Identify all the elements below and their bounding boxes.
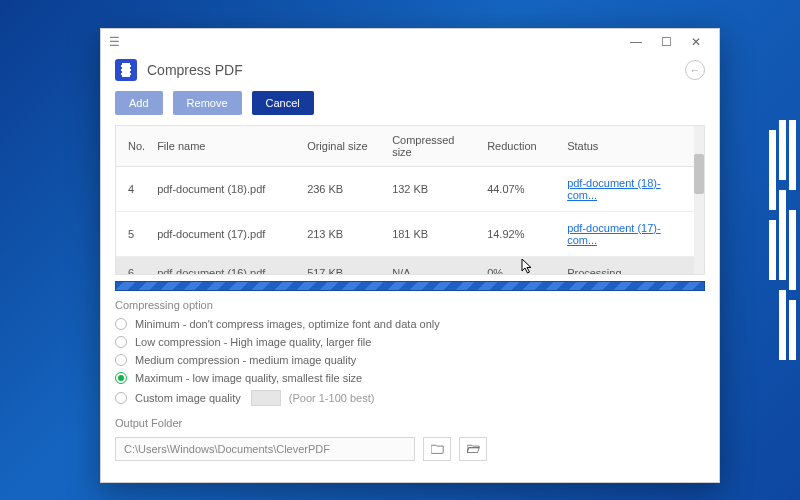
radio-icon[interactable] <box>115 372 127 384</box>
folder-open-icon <box>467 443 480 456</box>
cell-no: 6 <box>116 257 151 276</box>
compression-option[interactable]: Low compression - High image quality, la… <box>115 333 705 351</box>
output-row: C:\Users\Windows\Documents\CleverPDF <box>101 433 719 461</box>
table-row[interactable]: 5pdf-document (17).pdf213 KB181 KB14.92%… <box>116 212 694 257</box>
cell-file-name: pdf-document (17).pdf <box>151 212 301 257</box>
cell-compressed-size: N/A <box>386 257 481 276</box>
col-reduction[interactable]: Reduction <box>481 126 561 167</box>
cell-file-name: pdf-document (16).pdf <box>151 257 301 276</box>
option-label: Low compression - High image quality, la… <box>135 336 371 348</box>
custom-quality-hint: (Poor 1-100 best) <box>289 392 375 404</box>
table-header-row: No. File name Original size Compressed s… <box>116 126 694 167</box>
compression-option[interactable]: Maximum - low image quality, smallest fi… <box>115 369 705 387</box>
close-button[interactable]: ✕ <box>681 35 711 49</box>
compression-option[interactable]: Custom image quality(Poor 1-100 best) <box>115 387 705 409</box>
option-label: Medium compression - medium image qualit… <box>135 354 356 366</box>
app-title: Compress PDF <box>147 62 243 78</box>
status-link[interactable]: pdf-document (18)-com... <box>567 177 661 201</box>
cell-compressed-size: 132 KB <box>386 167 481 212</box>
toolbar: Add Remove Cancel <box>101 91 719 125</box>
back-button[interactable]: ← <box>685 60 705 80</box>
option-label: Custom image quality <box>135 392 241 404</box>
cell-file-name: pdf-document (18).pdf <box>151 167 301 212</box>
option-label: Minimum - don't compress images, optimiz… <box>135 318 440 330</box>
cell-status: pdf-document (17)-com... <box>561 212 694 257</box>
file-table: No. File name Original size Compressed s… <box>115 125 705 275</box>
cell-no: 4 <box>116 167 151 212</box>
cell-original-size: 213 KB <box>301 212 386 257</box>
cell-reduction: 14.92% <box>481 212 561 257</box>
wallpaper-decoration <box>740 120 800 380</box>
browse-folder-button[interactable] <box>423 437 451 461</box>
maximize-button[interactable]: ☐ <box>651 35 681 49</box>
radio-icon[interactable] <box>115 318 127 330</box>
options-label: Compressing option <box>101 291 719 315</box>
scrollbar-thumb[interactable] <box>694 154 704 194</box>
compression-option[interactable]: Minimum - don't compress images, optimiz… <box>115 315 705 333</box>
cancel-button[interactable]: Cancel <box>252 91 314 115</box>
table-row[interactable]: 4pdf-document (18).pdf236 KB132 KB44.07%… <box>116 167 694 212</box>
table-row[interactable]: 6pdf-document (16).pdf517 KBN/A0%Process… <box>116 257 694 276</box>
progress-bar <box>115 281 705 291</box>
option-label: Maximum - low image quality, smallest fi… <box>135 372 362 384</box>
add-button[interactable]: Add <box>115 91 163 115</box>
col-no[interactable]: No. <box>116 126 151 167</box>
desktop-background: ☰ ― ☐ ✕ Compress PDF ← Add Remove Cancel… <box>0 0 800 500</box>
col-status[interactable]: Status <box>561 126 694 167</box>
app-window: ☰ ― ☐ ✕ Compress PDF ← Add Remove Cancel… <box>100 28 720 483</box>
cell-status: Processing... <box>561 257 694 276</box>
folder-icon <box>431 443 444 456</box>
scrollbar-track[interactable] <box>694 126 704 274</box>
col-original-size[interactable]: Original size <box>301 126 386 167</box>
open-folder-button[interactable] <box>459 437 487 461</box>
app-icon <box>115 59 137 81</box>
custom-quality-input[interactable] <box>251 390 281 406</box>
cell-original-size: 517 KB <box>301 257 386 276</box>
list-view-icon[interactable]: ☰ <box>109 35 120 49</box>
cell-no: 5 <box>116 212 151 257</box>
remove-button[interactable]: Remove <box>173 91 242 115</box>
cell-reduction: 0% <box>481 257 561 276</box>
radio-icon[interactable] <box>115 392 127 404</box>
col-file-name[interactable]: File name <box>151 126 301 167</box>
cell-original-size: 236 KB <box>301 167 386 212</box>
minimize-button[interactable]: ― <box>621 35 651 49</box>
status-link[interactable]: pdf-document (17)-com... <box>567 222 661 246</box>
radio-icon[interactable] <box>115 336 127 348</box>
output-label: Output Folder <box>101 409 719 433</box>
app-header: Compress PDF ← <box>101 55 719 91</box>
col-compressed-size[interactable]: Compressed size <box>386 126 481 167</box>
titlebar: ☰ ― ☐ ✕ <box>101 29 719 55</box>
cell-compressed-size: 181 KB <box>386 212 481 257</box>
compression-options: Minimum - don't compress images, optimiz… <box>101 315 719 409</box>
output-path-field[interactable]: C:\Users\Windows\Documents\CleverPDF <box>115 437 415 461</box>
cell-reduction: 44.07% <box>481 167 561 212</box>
cell-status: pdf-document (18)-com... <box>561 167 694 212</box>
radio-icon[interactable] <box>115 354 127 366</box>
compression-option[interactable]: Medium compression - medium image qualit… <box>115 351 705 369</box>
